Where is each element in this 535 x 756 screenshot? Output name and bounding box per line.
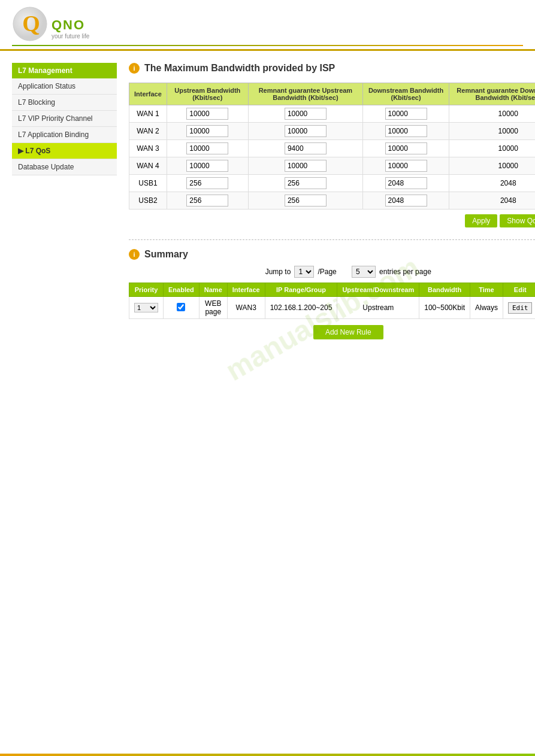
entries-select[interactable]: 5 10 20 — [352, 266, 376, 278]
enabled-checkbox[interactable] — [177, 303, 185, 311]
bw-table-row: WAN 3 10000 — [129, 140, 536, 157]
sum-enabled-cell[interactable] — [164, 297, 200, 319]
sidebar-item-l7-vip[interactable]: L7 VIP Priority Channel — [12, 111, 117, 127]
sum-col-time: Time — [470, 283, 503, 297]
bw-interface-cell: WAN 4 — [129, 157, 167, 175]
upstream-input[interactable] — [186, 142, 228, 154]
content-area: i The Maximum Bandwidth provided by ISP … — [129, 63, 535, 339]
sidebar-item-database-update[interactable]: Database Update — [12, 159, 117, 175]
sum-interface-cell: WAN3 — [227, 297, 265, 319]
brand-tagline: your future life — [52, 33, 89, 40]
bw-upstream-cell[interactable] — [167, 192, 248, 210]
sum-col-priority: Priority — [129, 283, 164, 297]
bw-remnant-down-cell: 2048 — [449, 192, 535, 210]
upstream-input[interactable] — [186, 160, 228, 172]
bw-remnant-up-cell[interactable] — [248, 175, 362, 192]
sidebar-item-l7-qos[interactable]: L7 QoS — [12, 143, 117, 159]
bw-remnant-down-cell: 10000 — [449, 140, 535, 157]
downstream-input[interactable] — [385, 177, 427, 189]
show-qos-table-button[interactable]: Show QoS Table — [500, 214, 535, 227]
bandwidth-section-title: The Maximum Bandwidth provided by ISP — [144, 63, 335, 74]
sidebar-item-l7-app-binding[interactable]: L7 Application Binding — [12, 127, 117, 143]
upstream-input[interactable] — [186, 177, 228, 189]
bw-downstream-cell[interactable] — [363, 157, 449, 175]
upstream-input[interactable] — [186, 125, 228, 137]
sidebar-title: L7 Management — [12, 63, 117, 78]
sidebar: L7 Management Application Status L7 Bloc… — [12, 63, 117, 339]
bw-upstream-cell[interactable] — [167, 140, 248, 157]
downstream-input[interactable] — [385, 160, 427, 172]
bw-table-row: WAN 4 10000 — [129, 157, 536, 175]
bw-upstream-cell[interactable] — [167, 157, 248, 175]
brand-name: QNO — [52, 17, 89, 33]
bw-remnant-down-cell: 10000 — [449, 123, 535, 140]
remnant-upstream-input[interactable] — [285, 195, 327, 207]
header: Q QNO your future life — [0, 0, 535, 51]
svg-text:Q: Q — [22, 11, 40, 36]
bw-downstream-cell[interactable] — [363, 123, 449, 140]
main-content: L7 Management Application Status L7 Bloc… — [0, 51, 535, 351]
bw-interface-cell: WAN 2 — [129, 123, 167, 140]
summary-section-header: i Summary — [129, 249, 535, 260]
bw-table-row: WAN 2 10000 — [129, 123, 536, 140]
downstream-input[interactable] — [385, 125, 427, 137]
remnant-upstream-input[interactable] — [285, 142, 327, 154]
upstream-input[interactable] — [186, 195, 228, 207]
bw-remnant-up-cell[interactable] — [248, 123, 362, 140]
sidebar-item-application-status[interactable]: Application Status — [12, 78, 117, 95]
downstream-input[interactable] — [385, 108, 427, 120]
bw-remnant-up-cell[interactable] — [248, 157, 362, 175]
bw-downstream-cell[interactable] — [363, 192, 449, 210]
bw-table-row: WAN 1 10000 — [129, 105, 536, 123]
downstream-input[interactable] — [385, 142, 427, 154]
bandwidth-section-header: i The Maximum Bandwidth provided by ISP — [129, 63, 535, 74]
bw-remnant-down-cell: 10000 — [449, 157, 535, 175]
bw-remnant-up-cell[interactable] — [248, 140, 362, 157]
sum-ip-range-cell: 102.168.1.200~205 — [265, 297, 337, 319]
bw-downstream-cell[interactable] — [363, 105, 449, 123]
bw-remnant-up-cell[interactable] — [248, 192, 362, 210]
logo-icon: Q — [12, 6, 48, 42]
apply-button[interactable]: Apply — [465, 214, 497, 227]
summary-section-title: Summary — [144, 249, 188, 260]
bw-remnant-up-cell[interactable] — [248, 105, 362, 123]
downstream-input[interactable] — [385, 195, 427, 207]
sum-name-cell: WEB page — [199, 297, 227, 319]
logo-container: Q QNO your future life — [12, 6, 523, 42]
sum-col-name: Name — [199, 283, 227, 297]
bw-upstream-cell[interactable] — [167, 105, 248, 123]
priority-select[interactable]: 1 — [134, 303, 158, 312]
remnant-upstream-input[interactable] — [285, 108, 327, 120]
sum-time-cell: Always — [470, 297, 503, 319]
sum-col-updown: Upstream/Downstream — [337, 283, 419, 297]
bw-interface-cell: USB2 — [129, 192, 167, 210]
edit-button[interactable]: Edit — [508, 302, 533, 314]
bandwidth-table-buttons: Apply Show QoS Table — [129, 214, 535, 227]
bw-col-remnant-downstream: Remnant guarantee Downstream Bandwidth (… — [449, 83, 535, 105]
sum-edit-cell[interactable]: Edit — [503, 297, 535, 319]
summary-table: Priority Enabled Name Interface IP Range… — [129, 283, 535, 319]
remnant-upstream-input[interactable] — [285, 125, 327, 137]
sum-priority-cell[interactable]: 1 — [129, 297, 164, 319]
bandwidth-table: Interface Upstream Bandwidth (Kbit/sec) … — [129, 83, 535, 210]
bw-upstream-cell[interactable] — [167, 175, 248, 192]
bandwidth-section-icon: i — [129, 63, 140, 74]
remnant-upstream-input[interactable] — [285, 177, 327, 189]
jump-to-label: Jump to — [265, 268, 291, 276]
remnant-upstream-input[interactable] — [285, 160, 327, 172]
bw-table-row: USB2 2048 — [129, 192, 536, 210]
bw-upstream-cell[interactable] — [167, 123, 248, 140]
bw-downstream-cell[interactable] — [363, 140, 449, 157]
section-divider — [129, 239, 535, 240]
bw-interface-cell: WAN 3 — [129, 140, 167, 157]
sum-updown-cell: Upstream — [337, 297, 419, 319]
add-new-rule-button[interactable]: Add New Rule — [313, 325, 383, 339]
header-divider — [12, 45, 523, 46]
bw-interface-cell: USB1 — [129, 175, 167, 192]
page-select[interactable]: 1 — [294, 266, 314, 278]
bw-downstream-cell[interactable] — [363, 175, 449, 192]
entries-label: entries per page — [379, 268, 431, 276]
upstream-input[interactable] — [186, 108, 228, 120]
sidebar-item-l7-blocking[interactable]: L7 Blocking — [12, 95, 117, 111]
sum-col-bandwidth: Bandwidth — [419, 283, 470, 297]
